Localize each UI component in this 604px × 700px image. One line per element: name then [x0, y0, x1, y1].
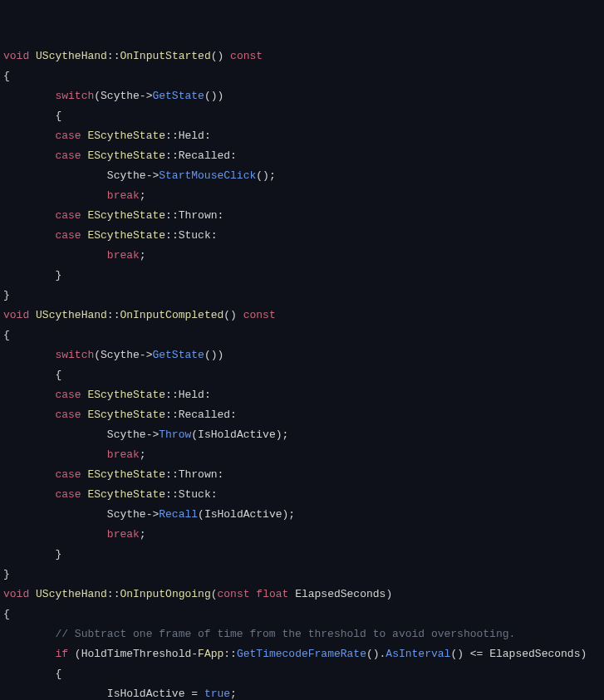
enum-value: Thrown — [179, 209, 218, 222]
enum-value: Stuck — [179, 229, 211, 242]
code-line: // Subtract one frame of time from the t… — [3, 628, 515, 640]
enum-value: Stuck — [179, 488, 211, 501]
method-call: GetState — [152, 349, 204, 361]
keyword-case: case — [55, 229, 81, 242]
keyword-break: break — [107, 249, 140, 262]
code-line: { — [3, 110, 61, 122]
code-line: } — [3, 289, 10, 301]
code-line: Scythe->Recall(IsHoldActive); — [3, 508, 295, 521]
identifier: ElapsedSeconds — [489, 648, 580, 660]
enum-type: EScytheState — [87, 389, 165, 401]
keyword-if: if — [55, 648, 68, 660]
identifier: Scythe — [107, 169, 146, 182]
class-name: FApp — [198, 648, 223, 660]
code-line: } — [3, 269, 61, 281]
method-call: StartMouseClick — [159, 169, 256, 182]
enum-type: EScytheState — [87, 229, 165, 242]
keyword-void: void — [3, 309, 29, 321]
identifier: Scythe — [107, 428, 146, 441]
keyword-switch: switch — [55, 90, 94, 102]
param-name: ElapsedSeconds — [295, 588, 385, 600]
method-name: OnInputStarted — [120, 50, 210, 62]
identifier: Scythe — [101, 349, 140, 361]
method-call: Throw — [159, 428, 191, 441]
code-line: { — [3, 70, 10, 82]
enum-value: Recalled — [179, 149, 230, 162]
keyword-case: case — [55, 209, 81, 222]
code-line: case EScytheState::Recalled: — [3, 409, 237, 421]
keyword-case: case — [55, 409, 81, 421]
keyword-case: case — [55, 389, 81, 401]
keyword-const: const — [230, 50, 263, 62]
code-line: break; — [3, 249, 146, 262]
code-line: if (HoldTimeThreshold-FApp::GetTimecodeF… — [3, 648, 587, 660]
code-line: { — [3, 668, 61, 680]
class-name: UScytheHand — [36, 309, 107, 321]
identifier: Scythe — [101, 90, 140, 102]
method-call: GetTimecodeFrameRate — [237, 648, 366, 660]
code-line: } — [3, 548, 61, 560]
boolean-literal: true — [204, 688, 230, 700]
identifier: HoldTimeThreshold — [81, 648, 192, 660]
code-line: { — [3, 608, 10, 620]
code-line: void UScytheHand::OnInputStarted() const — [3, 50, 263, 62]
code-line: switch(Scythe->GetState()) — [3, 90, 223, 102]
keyword-void: void — [3, 50, 29, 62]
code-line: void UScytheHand::OnInputCompleted() con… — [3, 309, 276, 321]
class-name: UScytheHand — [36, 588, 107, 600]
method-call: GetState — [152, 90, 204, 102]
enum-type: EScytheState — [87, 130, 165, 142]
operator: <= — [470, 648, 484, 660]
code-line: Scythe->Throw(IsHoldActive); — [3, 428, 288, 441]
keyword-break: break — [107, 448, 140, 461]
identifier: IsHoldActive — [204, 508, 282, 521]
enum-type: EScytheState — [87, 209, 165, 222]
enum-type: EScytheState — [87, 149, 165, 162]
keyword-case: case — [55, 468, 81, 481]
code-line: Scythe->StartMouseClick(); — [3, 169, 276, 182]
method-name: OnInputCompleted — [120, 309, 223, 321]
keyword-case: case — [55, 488, 81, 501]
code-line: switch(Scythe->GetState()) — [3, 349, 223, 361]
keyword-break: break — [107, 189, 140, 202]
enum-value: Held — [179, 389, 204, 401]
method-call: AsInterval — [385, 648, 450, 660]
keyword-const: const — [218, 588, 250, 600]
keyword-float: float — [256, 588, 288, 600]
method-call: Recall — [159, 508, 198, 521]
code-line: break; — [3, 189, 146, 202]
code-line: { — [3, 329, 10, 341]
code-line: case EScytheState::Stuck: — [3, 229, 218, 242]
keyword-case: case — [55, 149, 81, 162]
enum-type: EScytheState — [87, 468, 165, 481]
code-line: case EScytheState::Thrown: — [3, 468, 223, 481]
keyword-switch: switch — [55, 349, 94, 361]
keyword-const: const — [243, 309, 276, 321]
enum-type: EScytheState — [87, 488, 165, 501]
keyword-case: case — [55, 130, 81, 142]
code-line: case EScytheState::Held: — [3, 389, 211, 401]
code-line: } — [3, 568, 10, 580]
identifier: IsHoldActive — [198, 428, 276, 441]
keyword-void: void — [3, 588, 29, 600]
code-line: break; — [3, 528, 146, 541]
class-name: UScytheHand — [36, 50, 107, 62]
identifier: IsHoldActive — [107, 688, 185, 700]
code-line: break; — [3, 448, 146, 461]
enum-value: Held — [179, 130, 204, 142]
code-line: { — [3, 369, 61, 381]
comment: // Subtract one frame of time from the t… — [55, 628, 515, 640]
code-line: case EScytheState::Recalled: — [3, 149, 237, 162]
keyword-break: break — [107, 528, 140, 541]
enum-value: Thrown — [179, 468, 218, 481]
code-editor: void UScytheHand::OnInputStarted() const… — [3, 47, 601, 700]
code-line: void UScytheHand::OnInputOngoing(const f… — [3, 588, 392, 600]
enum-type: EScytheState — [87, 409, 165, 421]
code-line: IsHoldActive = true; — [3, 688, 237, 700]
code-line: case EScytheState::Stuck: — [3, 488, 218, 501]
enum-value: Recalled — [179, 409, 230, 421]
code-line: case EScytheState::Held: — [3, 130, 211, 142]
method-name: OnInputOngoing — [120, 588, 210, 600]
code-line: case EScytheState::Thrown: — [3, 209, 223, 222]
identifier: Scythe — [107, 508, 146, 521]
